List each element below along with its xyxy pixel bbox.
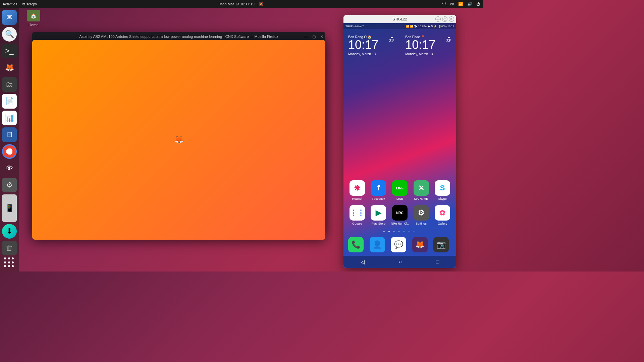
bell-muted-icon: 🔕 — [259, 2, 264, 6]
dock-writer[interactable]: 📄 — [2, 94, 17, 109]
nav-back[interactable]: ◁ — [361, 259, 365, 265]
dock-calc[interactable]: 📊 — [2, 111, 17, 125]
window-minimize[interactable]: — — [304, 35, 308, 39]
window-close[interactable]: ✕ — [320, 35, 323, 39]
app-gallery[interactable]: ✿Gallery — [433, 205, 451, 225]
app-facebook[interactable]: fFacebook — [370, 180, 388, 200]
scrcpy-titlebar[interactable]: STK-L22 — ▢ ✕ — [343, 15, 456, 23]
gnome-dock: 🦊 ✉ 🔍 >_ 🦊 🗂 📄 📊 🖥 👁 ⚙ 📱 ⬇ 🗑 — [0, 8, 19, 272]
app-huawei[interactable]: ❋Huawei — [348, 180, 366, 200]
wifi-icon: 📶 — [458, 2, 463, 6]
dock-firefox[interactable]: 🦊 — [32, 40, 325, 240]
dock-show-apps[interactable] — [4, 257, 15, 268]
window-maximize[interactable]: ▢ — [442, 16, 447, 22]
dock-settings[interactable]: ⚙ — [2, 178, 17, 192]
dock-gimp[interactable]: 🦊 — [2, 60, 17, 75]
dock-image-viewer[interactable]: 🔍 — [2, 27, 17, 42]
app-nikeruncl[interactable]: NRCNike Run Cl.. — [391, 205, 409, 225]
dock-chrome[interactable] — [2, 144, 17, 159]
volume-icon: 🔊 — [467, 2, 472, 6]
power-icon[interactable]: ⏻ — [476, 2, 480, 6]
desktop-home-folder[interactable]: Home — [27, 10, 40, 27]
clock[interactable]: Mon Mar 13 10:17:19 — [219, 2, 255, 6]
clock-widget-2[interactable]: Ban Phae 📍 10:17 Monday, March 13 — [405, 35, 435, 56]
weather-2: ☁23° — [446, 35, 451, 56]
dock-files[interactable]: 🗂 — [2, 77, 17, 92]
app-google[interactable]: ⋮⋮Google — [348, 205, 366, 225]
gnome-topbar: Activities ⧉ scrcpy Mon Mar 13 10:17:19 … — [0, 0, 483, 8]
window-close[interactable]: ✕ — [449, 16, 454, 22]
dock-phone[interactable]: 📞 — [348, 237, 364, 252]
window-maximize[interactable]: ▢ — [312, 35, 316, 39]
scrcpy-window: STK-L22 — ▢ ✕ TRUE-H dtac-T 📶 📶 📡 10.7B/… — [343, 15, 456, 268]
input-lang[interactable]: en — [450, 2, 454, 6]
window-title: Aspinity AB2 AML100 Arduino Shield suppo… — [79, 35, 278, 39]
dock-phone[interactable]: 📱 — [2, 194, 17, 222]
app-settings[interactable]: ⚙Settings — [412, 205, 430, 225]
dock-app[interactable]: 👁 — [2, 161, 17, 176]
phone-statusbar: TRUE-H dtac-T 📶 📶 📡 10.7B/s ▶ ⚙ ⚡ 🔋80% 1… — [343, 23, 456, 29]
clock-widget-1[interactable]: Ban Rong O 🏠 10:17 Monday, March 13 — [348, 35, 378, 56]
dock-camera[interactable]: 📷 — [433, 237, 449, 252]
dock-jdownloader[interactable]: ⬇ — [2, 224, 17, 239]
nav-recent[interactable]: □ — [436, 259, 439, 265]
dock-thunderbird[interactable]: ✉ — [2, 10, 17, 25]
phone-dock: 📞👤💬🦊📷 — [343, 234, 456, 256]
shield-icon: 🛡 — [442, 2, 446, 6]
phone-navbar: ◁ ○ □ — [343, 256, 456, 268]
page-indicator: ⌂ ● ○ ○ ○ ○ ○ — [343, 229, 456, 234]
weather-1: ☁21° — [389, 35, 394, 56]
dock-remmina[interactable]: 🖥 — [2, 127, 17, 142]
dock-messages[interactable]: 💬 — [391, 237, 406, 252]
nav-home[interactable]: ○ — [398, 259, 402, 265]
activities-button[interactable]: Activities — [3, 2, 17, 6]
scrcpy-title: STK-L22 — [392, 17, 407, 21]
app-playstore[interactable]: ▶Play Store — [370, 205, 388, 225]
dock-terminal[interactable]: >_ — [2, 44, 17, 58]
app-line[interactable]: LINELINE — [391, 180, 409, 200]
dock-contacts[interactable]: 👤 — [370, 237, 385, 252]
app-mapsme[interactable]: ✕MAPS.ME — [412, 180, 430, 200]
window-minimize[interactable]: — — [435, 16, 441, 22]
phone-screen[interactable]: TRUE-H dtac-T 📶 📶 📡 10.7B/s ▶ ⚙ ⚡ 🔋80% 1… — [343, 23, 456, 268]
app-indicator[interactable]: ⧉ scrcpy — [22, 2, 37, 6]
phone-app-grid: ❋HuaweifFacebookLINELINE✕MAPS.MESSkype⋮⋮… — [343, 177, 456, 229]
dock-trash[interactable]: 🗑 — [2, 241, 17, 255]
app-skype[interactable]: SSkype — [433, 180, 451, 200]
home-folder-icon — [27, 10, 40, 21]
dock-firefox[interactable]: 🦊 — [412, 237, 428, 252]
